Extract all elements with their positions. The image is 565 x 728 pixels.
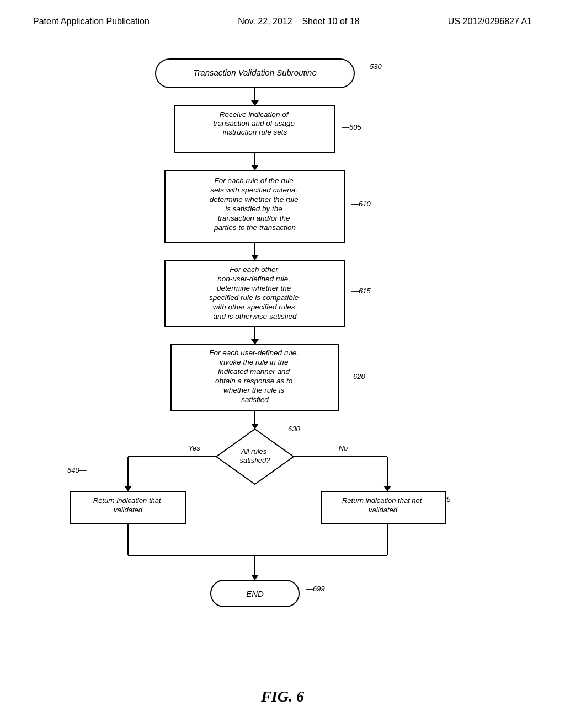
figure-label: FIG. 6 — [33, 688, 532, 705]
svg-marker-30 — [124, 486, 132, 491]
svg-text:Transaction  Validation  Subro: Transaction Validation Subroutine — [193, 68, 316, 77]
svg-marker-24 — [251, 424, 259, 429]
svg-text:No: No — [339, 444, 348, 452]
svg-text:―530: ―530 — [362, 62, 382, 71]
header-right: US 2012/0296827 A1 — [448, 17, 532, 26]
svg-marker-19 — [251, 339, 259, 345]
svg-text:―605: ―605 — [342, 123, 361, 131]
svg-text:Yes: Yes — [188, 444, 200, 452]
svg-text:―699: ―699 — [305, 585, 325, 593]
page: Patent Application Publication Nov. 22, … — [0, 0, 565, 728]
svg-marker-47 — [251, 575, 259, 580]
header-left: Patent Application Publication — [33, 17, 150, 26]
svg-marker-9 — [251, 165, 259, 170]
flowchart-svg: Transaction Validation Subroutine ―530 R… — [34, 48, 531, 677]
svg-text:―615: ―615 — [351, 287, 371, 295]
svg-marker-14 — [251, 255, 259, 260]
svg-text:630: 630 — [288, 425, 300, 433]
svg-text:―610: ―610 — [351, 200, 371, 208]
svg-text:Receive  indication  of
      : Receive indication of transaction and of… — [213, 110, 297, 136]
svg-marker-4 — [251, 100, 259, 106]
svg-text:―620: ―620 — [345, 372, 365, 381]
svg-text:All rules
        satisfied?: All rules satisfied? — [240, 447, 271, 464]
svg-text:640―: 640― — [67, 466, 87, 474]
header-center: Nov. 22, 2012 Sheet 10 of 18 — [238, 17, 359, 26]
svg-marker-37 — [383, 486, 391, 491]
svg-text:END: END — [246, 589, 264, 598]
page-header: Patent Application Publication Nov. 22, … — [33, 17, 532, 31]
